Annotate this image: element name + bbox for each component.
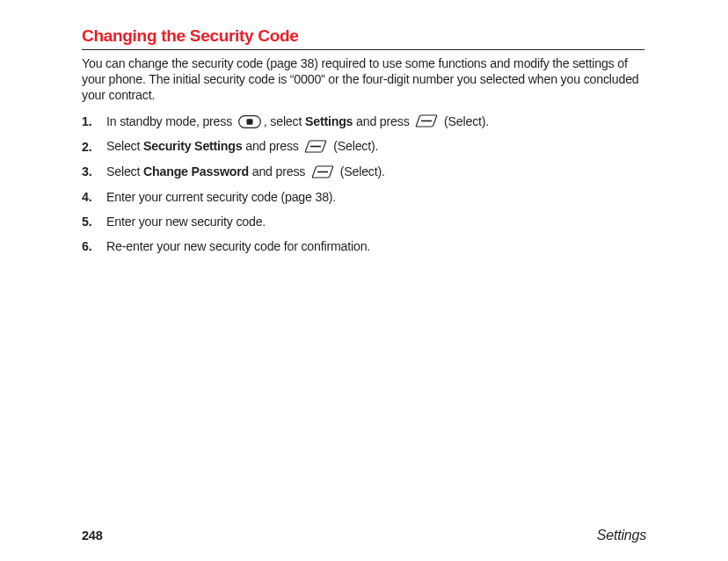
step-number: 3. [82, 164, 106, 179]
text-fragment: (Select). [330, 139, 378, 153]
step-number: 1. [82, 114, 106, 129]
step-5: 5. Enter your new security code. [82, 215, 646, 230]
step-6: 6. Re-enter your new security code for c… [82, 239, 646, 254]
text-fragment: and press [353, 114, 412, 128]
page-footer: 248 Settings [82, 528, 646, 543]
step-1: 1. In standby mode, press , select Setti… [82, 114, 646, 130]
text-fragment: (Select). [337, 164, 385, 178]
bold-change-password: Change Password [143, 164, 249, 178]
softkey-left-icon [415, 114, 438, 129]
intro-paragraph: You can change the security code (page 3… [82, 55, 644, 104]
step-number: 6. [82, 239, 106, 254]
softkey-left-icon [304, 140, 327, 155]
step-number: 2. [82, 140, 106, 155]
page-number: 248 [82, 528, 103, 543]
text-fragment: and press [249, 164, 309, 178]
text-fragment: , select [264, 114, 305, 128]
step-number: 4. [82, 190, 106, 205]
text-fragment: Select [106, 164, 143, 178]
step-4: 4. Enter your current security code (pag… [82, 190, 646, 205]
step-3: 3. Select Change Password and press (Sel… [82, 164, 646, 180]
text-fragment: Select [106, 139, 143, 153]
text-fragment: (Select). [440, 114, 489, 128]
step-number: 5. [82, 215, 106, 230]
text-fragment: In standby mode, press [106, 114, 236, 128]
steps-list: 1. In standby mode, press , select Setti… [82, 114, 646, 254]
step-text: Select Change Password and press (Select… [106, 164, 385, 180]
bold-security-settings: Security Settings [143, 139, 243, 153]
section-heading: Changing the Security Code [82, 26, 646, 46]
text-fragment: and press [242, 139, 302, 153]
step-text: Select Security Settings and press (Sele… [106, 139, 378, 155]
step-2: 2. Select Security Settings and press (S… [82, 139, 646, 155]
center-key-icon [238, 115, 261, 128]
softkey-left-icon [311, 165, 334, 180]
svg-rect-1 [246, 119, 252, 125]
section-label: Settings [597, 528, 646, 543]
step-text: Enter your current security code (page 3… [106, 190, 336, 205]
heading-rule [82, 49, 644, 50]
bold-settings: Settings [305, 114, 353, 128]
step-text: Enter your new security code. [106, 215, 266, 230]
step-text: In standby mode, press , select Settings… [106, 114, 489, 130]
step-text: Re-enter your new security code for conf… [106, 239, 370, 254]
